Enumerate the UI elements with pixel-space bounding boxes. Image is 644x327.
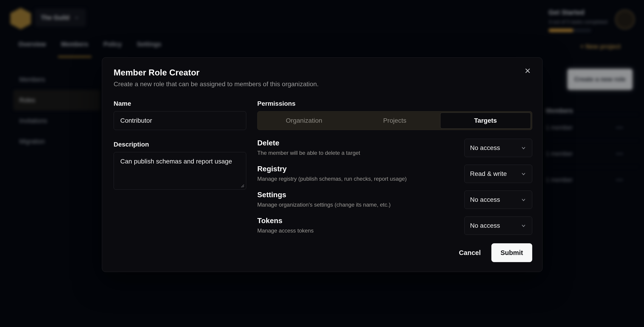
role-name-input[interactable] <box>114 111 246 130</box>
permission-title: Delete <box>257 139 360 147</box>
tab-targets[interactable]: Targets <box>440 113 531 129</box>
dialog-subtitle: Create a new role that can be assigned t… <box>114 80 532 88</box>
tab-organization[interactable]: Organization <box>259 113 349 129</box>
dialog-title: Member Role Creator <box>114 68 532 78</box>
chevron-down-icon <box>520 223 526 229</box>
permission-description: The member will be able to delete a targ… <box>257 150 360 156</box>
role-description-textarea[interactable] <box>114 152 246 190</box>
tab-projects[interactable]: Projects <box>349 113 440 129</box>
permission-title: Settings <box>257 191 390 199</box>
permission-row-settings: Settings Manage organization's settings … <box>257 191 532 209</box>
tokens-access-select[interactable]: No access <box>464 217 532 235</box>
close-icon[interactable]: ✕ <box>522 66 533 76</box>
registry-access-select[interactable]: Read & write <box>464 165 532 183</box>
submit-button[interactable]: Submit <box>492 243 532 262</box>
permission-title: Tokens <box>257 217 314 225</box>
permission-row-delete: Delete The member will be able to delete… <box>257 139 532 157</box>
chevron-down-icon <box>520 145 526 151</box>
permission-description: Manage access tokens <box>257 228 314 234</box>
chevron-down-icon <box>520 171 526 177</box>
permissions-tab-strip: Organization Projects Targets <box>257 111 532 130</box>
permission-title: Registry <box>257 165 407 173</box>
permission-description: Manage organization's settings (change i… <box>257 202 390 208</box>
permission-row-tokens: Tokens Manage access tokens No access <box>257 217 532 235</box>
name-label: Name <box>114 100 246 108</box>
chevron-down-icon <box>520 197 526 203</box>
settings-access-select[interactable]: No access <box>464 191 532 209</box>
permission-row-registry: Registry Manage registry (publish schema… <box>257 165 532 183</box>
description-label: Description <box>114 141 246 148</box>
delete-access-select[interactable]: No access <box>464 139 532 157</box>
permission-description: Manage registry (publish schemas, run ch… <box>257 176 407 182</box>
member-role-creator-dialog: ✕ Member Role Creator Create a new role … <box>102 57 542 272</box>
cancel-button[interactable]: Cancel <box>452 242 488 263</box>
resize-grip-icon[interactable] <box>240 184 244 188</box>
permissions-label: Permissions <box>257 100 532 108</box>
